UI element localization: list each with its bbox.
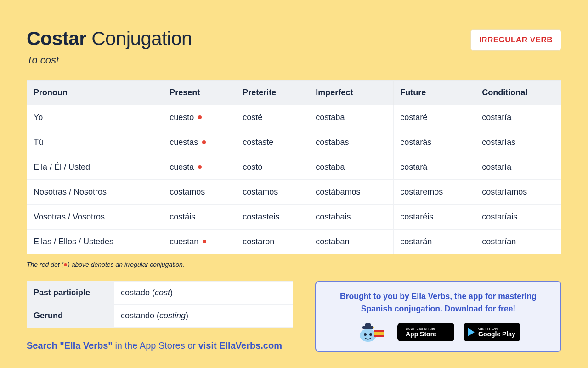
table-row: Vosotras / Vosotroscostáiscostasteiscost… — [27, 205, 561, 230]
table-row: Ella / Él / Ustedcuesta costócostabacost… — [27, 155, 561, 180]
forms-table: Past participle costado (cost) Gerund co… — [27, 281, 293, 328]
table-row: Ellas / Ellos / Ustedescuestan costaronc… — [27, 230, 561, 254]
table-row: Túcuestas costastecostabascostaráscostar… — [27, 130, 561, 155]
column-header: Pronoun — [27, 80, 163, 105]
svg-rect-4 — [365, 323, 371, 327]
past-participle-value: costado (cost) — [114, 282, 293, 305]
conjugation-table: PronounPresentPreteriteImperfectFutureCo… — [27, 80, 561, 254]
table-row: Yocuesto costécostabacostarécostaría — [27, 105, 561, 130]
app-store-badge[interactable]: Download on the App Store — [397, 323, 454, 341]
column-header: Imperfect — [309, 80, 394, 105]
red-dot-icon — [64, 263, 67, 266]
red-dot-icon — [202, 140, 206, 144]
column-header: Future — [394, 80, 475, 105]
google-play-badge[interactable]: GET IT ON Google Play — [464, 323, 520, 341]
svg-rect-7 — [374, 335, 384, 337]
svg-rect-6 — [374, 330, 384, 332]
red-dot-icon — [203, 240, 206, 243]
table-row: Nosotras / Nosotroscostamoscostamoscostá… — [27, 180, 561, 205]
red-dot-icon — [198, 165, 202, 169]
search-cta: Search "Ella Verbs" in the App Stores or… — [27, 340, 293, 351]
play-icon — [468, 328, 475, 336]
page-title: Costar Conjugation — [27, 28, 192, 50]
promo-text: Brought to you by Ella Verbs, the app fo… — [327, 290, 549, 315]
red-dot-icon — [198, 115, 202, 119]
gerund-value: costando (costing) — [114, 305, 293, 328]
past-participle-label: Past participle — [27, 282, 114, 305]
verb-translation: To cost — [27, 54, 192, 66]
irregular-badge: IRREGULAR VERB — [470, 29, 561, 51]
column-header: Conditional — [475, 80, 561, 105]
svg-point-0 — [360, 329, 376, 342]
column-header: Preterite — [236, 80, 309, 105]
irregular-footnote: The red dot () above denotes an irregula… — [27, 261, 561, 268]
column-header: Present — [163, 80, 236, 105]
promo-box: Brought to you by Ella Verbs, the app fo… — [315, 281, 561, 352]
svg-point-2 — [369, 333, 372, 336]
svg-point-1 — [364, 333, 367, 336]
gerund-label: Gerund — [27, 305, 114, 328]
mascot-icon — [356, 322, 388, 343]
